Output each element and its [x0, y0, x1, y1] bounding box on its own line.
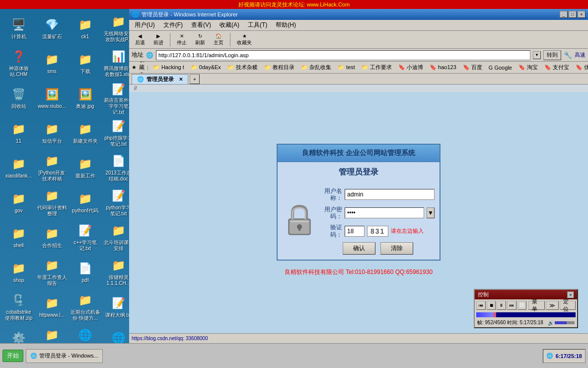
control-status-bar: 帧: 952/4560 时间: 5:17/25:18 🔊: [475, 318, 577, 327]
browser-title: 管理员登录 - Windows Internet Explorer: [142, 11, 557, 18]
start-button[interactable]: 开始: [2, 350, 23, 362]
desktop-icon-sms[interactable]: 📁 sms: [36, 46, 68, 80]
menu-view[interactable]: 查看(V): [188, 20, 214, 30]
desktop-icon-recruit[interactable]: 📁 合作招生: [36, 220, 68, 254]
ctrl-fullscreen-button[interactable]: ⬜: [517, 301, 527, 310]
desktop-icon-pythonlearn[interactable]: 📝 python学习笔记.txt: [102, 185, 129, 219]
desktop-icon-english[interactable]: 📝 易语言英外挂字学习笔记.txt: [102, 81, 129, 115]
home-button[interactable]: 🏠 主页: [210, 32, 227, 48]
desktop-icon-wireless[interactable]: 📁 无线网络安全攻防实战P...: [102, 11, 129, 45]
desktop-icon-11[interactable]: 📁 11: [2, 116, 35, 150]
menu-file[interactable]: 文件(F): [160, 20, 186, 30]
desktop-icon-chrome[interactable]: 🌐 Google Chrome: [69, 325, 101, 343]
ctrl-next-button[interactable]: ⏭: [507, 301, 516, 310]
desktop-icon-recent[interactable]: 📁 近期台式机备份·快捷方...: [69, 290, 101, 324]
desktop-icon-cobaltzip[interactable]: 🗜️ cobaltstrike使用教材.zip: [2, 290, 35, 324]
control-progress-bar[interactable]: [476, 312, 576, 317]
desktop-icon-cpplearn[interactable]: 📝 c++学习笔记.txt: [69, 220, 101, 254]
desktop-icon-newfile[interactable]: 📁 新建文件夹: [69, 116, 101, 150]
maximize-button[interactable]: □: [569, 11, 577, 18]
bookmark-workreq[interactable]: 📁 工作要求: [360, 63, 394, 72]
desktop-icon-niubo[interactable]: 🖼️ www.niubo...: [36, 81, 68, 115]
desktop-icon-keyboard[interactable]: 📁 按键精灵1.1.1.CH...: [102, 255, 129, 289]
refresh-button[interactable]: ↻ 刷新: [192, 32, 209, 48]
bookmark-xiaodi[interactable]: 🔖 小迪博: [396, 63, 425, 72]
desktop-icon-pdf[interactable]: 📄 pdf: [69, 255, 101, 289]
bookmark-tutorial[interactable]: 📁 教程目录: [262, 63, 296, 72]
ctrl-pause-button[interactable]: ⏸: [497, 301, 506, 310]
bookmark-google[interactable]: G Google: [487, 64, 514, 71]
ctrl-menu-button[interactable]: 菜单: [528, 301, 544, 310]
ctrl-prev-button[interactable]: ⏮: [476, 301, 486, 310]
desktop-icon-yearwork[interactable]: 📁 年度工作查人报告: [36, 255, 68, 289]
desktop-icon-download[interactable]: 📁 下载: [69, 46, 101, 80]
clear-button[interactable]: 清除: [380, 242, 413, 255]
minimize-button[interactable]: _: [560, 11, 568, 18]
desktop-icon-神器[interactable]: ❓ 神器体验站.CHM: [2, 46, 35, 80]
favorites-button[interactable]: ★ 收藏夹: [233, 32, 255, 48]
bookmark-baidu[interactable]: 🔖 百度: [461, 63, 484, 72]
bookmark-misc[interactable]: 📁 杂乱收集: [299, 63, 333, 72]
desktop-icon-gov[interactable]: 📁 gov: [2, 185, 35, 219]
desktop-icon-ck1[interactable]: 📁 ck1: [69, 11, 101, 45]
bookmark-0day[interactable]: 📁 0day&Ex: [189, 64, 223, 71]
password-input[interactable]: [345, 207, 424, 218]
desktop-icon-shortmsg[interactable]: 📁 短信平台: [36, 116, 68, 150]
desktop-icon-testexe[interactable]: ⚙️ test.exe: [2, 325, 35, 343]
desktop-icon-shop[interactable]: 📁 shop: [2, 255, 35, 289]
bookmark-hao123[interactable]: 🔖 hao123: [428, 64, 458, 71]
password-eye-button[interactable]: ▼: [427, 207, 435, 218]
control-toolbar: ⏮ ⏹ ⏸ ⏭ ⬜ 菜单 ≫ 定位: [475, 299, 577, 311]
go-button[interactable]: 转到: [543, 50, 561, 60]
address-input[interactable]: [156, 50, 530, 60]
desktop-icon-recycle[interactable]: 🗑️ 回收站: [2, 81, 35, 115]
desktop-icon-computer[interactable]: 🖥️ 计算机: [2, 11, 35, 45]
desktop-icon-beidou[interactable]: 📁 北斗培训课程安排: [102, 220, 129, 254]
desktop-icon-mining[interactable]: 💎 流量矿石: [36, 11, 68, 45]
desktop-icon-course[interactable]: 📝 课程大纲.txt: [102, 290, 129, 324]
desktop-icon-latestwork[interactable]: 📁 最新工作: [69, 151, 101, 184]
ctrl-locate-button[interactable]: 定位: [560, 301, 576, 310]
desktop-icon-aodi[interactable]: 🖼️ 奥迪.jpg: [69, 81, 101, 115]
back-button[interactable]: ◀ 后退: [132, 32, 148, 48]
desktop-icon-phplearn[interactable]: 📝 php挖掘学习笔记.txt: [102, 116, 129, 150]
ctrl-next2-button[interactable]: ≫: [546, 301, 559, 310]
forward-button[interactable]: ▶ 前进: [150, 32, 167, 48]
desktop-icon-xiaodifank[interactable]: 📁 xiaodifank...: [2, 151, 35, 184]
bookmark-tech[interactable]: 📁 技术杂糅: [225, 63, 260, 72]
bookmark-test[interactable]: 📁 test: [336, 64, 357, 71]
desktop-icon-shell[interactable]: 📁 shell: [2, 220, 35, 254]
ctrl-stop-button[interactable]: ⏹: [487, 301, 496, 310]
desktop-icon-tencent[interactable]: 📊 腾讯微博前百名数据1.xlsx: [102, 46, 129, 80]
bookmark-hackingt[interactable]: 📁 Hacking t: [151, 64, 186, 71]
desktop-icon-wordpress[interactable]: 🌐 WordPres...: [102, 325, 129, 343]
control-panel-close-button[interactable]: ×: [567, 291, 574, 298]
menu-user[interactable]: 用户(U): [132, 20, 158, 30]
username-input[interactable]: [345, 189, 435, 200]
tab-admin-login[interactable]: 🌐 管理员登录 ✕: [132, 74, 188, 84]
desktop-icon-cobaltstrike3[interactable]: 📁 cobaltstrike使用教材: [36, 325, 68, 343]
page-path: //: [129, 85, 588, 92]
close-button[interactable]: ×: [578, 11, 586, 18]
tab-close-icon[interactable]: ✕: [179, 77, 183, 82]
captcha-input[interactable]: [345, 226, 365, 237]
desktop-icon-httpwww[interactable]: 📁 httpwww.l...: [36, 290, 68, 324]
desktop-icon-audit[interactable]: 📁 代码审计资料整理: [36, 185, 68, 219]
address-dropdown-button[interactable]: ▼: [533, 51, 541, 59]
desktop-icon-work2013[interactable]: 📄 2013工作总结稿.doc: [102, 151, 129, 184]
menu-tools[interactable]: 工具(T): [245, 20, 270, 30]
menu-favorites[interactable]: 收藏(A): [217, 20, 242, 30]
bookmark-taobao[interactable]: 🔖 淘宝: [516, 63, 540, 72]
confirm-button[interactable]: 确认: [343, 242, 375, 255]
tab-icon: 🌐: [137, 76, 144, 83]
menu-help[interactable]: 帮助(H): [273, 20, 299, 30]
taskbar-ie-item[interactable]: 🌐 管理员登录 - Windows...: [26, 349, 103, 363]
volume-track[interactable]: [555, 321, 575, 324]
bookmark-alipay[interactable]: 🔖 支付宝: [542, 63, 571, 72]
desktop-icon-python[interactable]: 📁 [Python开发技术样稿: [36, 151, 68, 184]
new-tab-button[interactable]: +: [190, 74, 200, 84]
desktop-icon-pythonf[interactable]: 📁 pythonf代码: [69, 185, 101, 219]
stop-button[interactable]: ✕ 停止: [173, 32, 190, 48]
bookmark-youku[interactable]: 🔖 优酷: [574, 63, 588, 72]
lock-icon: [283, 187, 316, 255]
